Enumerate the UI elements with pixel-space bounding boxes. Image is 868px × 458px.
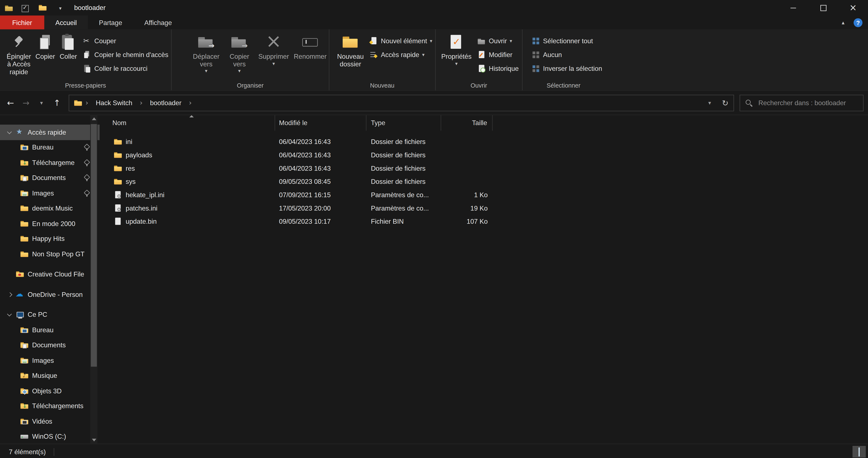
search-input[interactable]: [757, 98, 859, 107]
expand-chevron-icon[interactable]: [11, 403, 18, 409]
sidebar-item-onedrive-person[interactable]: OneDrive - Person: [0, 287, 100, 302]
expand-chevron-icon[interactable]: [11, 235, 18, 242]
qat-customize-button[interactable]: [54, 2, 66, 13]
sidebar-item-vid-os[interactable]: Vidéos: [0, 414, 100, 429]
sidebar-item-images[interactable]: Images: [0, 353, 100, 368]
expand-chevron-icon[interactable]: [11, 327, 18, 333]
tab-accueil[interactable]: Accueil: [44, 16, 88, 29]
expand-chevron-icon[interactable]: [6, 312, 13, 318]
expand-chevron-icon[interactable]: [11, 190, 18, 196]
expand-chevron-icon[interactable]: [11, 175, 18, 181]
sidebar-item-documents[interactable]: Documents: [0, 338, 100, 353]
open-button[interactable]: Ouvrir: [474, 35, 522, 47]
expand-chevron-icon[interactable]: [11, 220, 18, 227]
up-button[interactable]: [50, 96, 64, 110]
file-row-hekate-ipl-ini[interactable]: hekate_ipl.ini 07/09/2021 16:15 Paramètr…: [108, 188, 868, 202]
expand-chevron-icon[interactable]: [11, 433, 18, 440]
tab-affichage[interactable]: Affichage: [133, 16, 183, 29]
scrollbar-thumb[interactable]: [91, 124, 97, 367]
paste-shortcut-button[interactable]: Coller le raccourci: [80, 62, 172, 74]
forward-button[interactable]: [19, 96, 33, 110]
file-row-patches-ini[interactable]: patches.ini 17/05/2023 20:00 Paramètres …: [108, 202, 868, 215]
expand-chevron-icon[interactable]: [11, 418, 18, 425]
expand-chevron-icon[interactable]: [6, 271, 13, 278]
sidebar-item-t-l-chargeme[interactable]: Téléchargeme: [0, 155, 100, 170]
file-row-ini[interactable]: ini 06/04/2023 16:43 Dossier de fichiers: [108, 135, 868, 148]
expand-chevron-icon[interactable]: [11, 388, 18, 394]
paste-button[interactable]: Coller: [57, 32, 79, 62]
address-bar[interactable]: Hack Switch bootloader: [69, 94, 734, 111]
expand-chevron-icon[interactable]: [11, 342, 18, 348]
sidebar-item-creative-cloud-file[interactable]: Creative Cloud File: [0, 267, 100, 282]
sidebar-item-happy-hits[interactable]: Happy Hits: [0, 231, 100, 247]
details-view-button[interactable]: [837, 446, 850, 458]
tab-fichier[interactable]: Fichier: [0, 16, 44, 29]
copy-button[interactable]: Copier: [33, 32, 57, 62]
select-all-button[interactable]: Sélectionner tout: [528, 35, 606, 47]
column-header-modified[interactable]: Modifié le: [275, 115, 366, 131]
breadcrumb-chevron[interactable]: [138, 95, 145, 111]
help-button[interactable]: [854, 18, 863, 27]
expand-chevron-icon[interactable]: [11, 205, 18, 211]
qat-properties-button[interactable]: [19, 2, 31, 13]
sidebar-item-en-mode-2000[interactable]: En mode 2000: [0, 216, 100, 231]
edit-button[interactable]: Modifier: [474, 49, 522, 60]
copy-path-button[interactable]: Copier le chemin d'accès: [80, 49, 172, 60]
properties-button[interactable]: Propriétés: [439, 32, 474, 68]
rename-button[interactable]: Renommer: [291, 32, 329, 62]
new-folder-button[interactable]: Nouveau dossier: [335, 32, 366, 70]
tab-partage[interactable]: Partage: [88, 16, 133, 29]
sidebar-item-bureau[interactable]: Bureau: [0, 140, 100, 155]
close-button[interactable]: [838, 0, 868, 16]
select-none-button[interactable]: Aucun: [528, 49, 606, 60]
breadcrumb-hack-switch[interactable]: Hack Switch: [91, 95, 137, 111]
scroll-up-arrow[interactable]: [90, 115, 97, 122]
collapse-ribbon-button[interactable]: [838, 18, 848, 27]
column-header-size[interactable]: Taille: [441, 115, 493, 131]
sidebar-item-documents[interactable]: Documents: [0, 170, 100, 185]
column-header-type[interactable]: Type: [366, 115, 441, 131]
new-item-button[interactable]: Nouvel élément: [366, 35, 436, 47]
file-row-sys[interactable]: sys 09/05/2023 08:45 Dossier de fichiers: [108, 175, 868, 188]
minimize-button[interactable]: [778, 0, 808, 16]
easy-access-button[interactable]: Accès rapide: [366, 49, 436, 60]
history-button[interactable]: Historique: [474, 62, 522, 74]
column-header-name[interactable]: Nom: [108, 115, 275, 131]
expand-chevron-icon[interactable]: [11, 357, 18, 364]
sidebar-item-winos-c[interactable]: WinOS (C:): [0, 429, 100, 443]
cut-button[interactable]: Couper: [80, 35, 172, 47]
sidebar-item-musique[interactable]: Musique: [0, 368, 100, 383]
expand-chevron-icon[interactable]: [6, 291, 13, 298]
file-row-payloads[interactable]: payloads 06/04/2023 16:43 Dossier de fic…: [108, 148, 868, 162]
expand-chevron-icon[interactable]: [11, 251, 18, 257]
breadcrumb-bootloader[interactable]: bootloader: [146, 95, 186, 111]
maximize-button[interactable]: [808, 0, 838, 16]
pin-to-quick-access-button[interactable]: Épingler à Accès rapide: [4, 32, 33, 78]
file-row-update-bin[interactable]: update.bin 09/05/2023 10:17 Fichier BIN …: [108, 215, 868, 228]
expand-chevron-icon[interactable]: [6, 129, 13, 136]
move-to-button[interactable]: Déplacer vers: [189, 32, 223, 76]
expand-chevron-icon[interactable]: [11, 160, 18, 166]
expand-chevron-icon[interactable]: [11, 144, 18, 151]
copy-to-button[interactable]: Copier vers: [223, 32, 256, 76]
scroll-down-arrow[interactable]: [90, 436, 97, 443]
sidebar-item-bureau[interactable]: Bureau: [0, 322, 100, 338]
thumbnails-view-button[interactable]: [852, 446, 866, 458]
sidebar-item-non-stop-pop-gt[interactable]: Non Stop Pop GT: [0, 247, 100, 262]
invert-selection-button[interactable]: Inverser la sélection: [528, 62, 606, 74]
breadcrumb-chevron[interactable]: [84, 95, 90, 111]
file-row-res[interactable]: res 06/04/2023 16:43 Dossier de fichiers: [108, 162, 868, 175]
refresh-button[interactable]: [718, 96, 733, 110]
breadcrumb-chevron[interactable]: [187, 95, 193, 111]
sidebar-item-acc-s-rapide[interactable]: Accès rapide: [0, 125, 100, 140]
sidebar-item-deemix-music[interactable]: deemix Music: [0, 201, 100, 216]
recent-locations-button[interactable]: [34, 96, 49, 110]
back-button[interactable]: [3, 96, 18, 110]
sidebar-item-ce-pc[interactable]: Ce PC: [0, 307, 100, 322]
sidebar-item-t-l-chargements[interactable]: Téléchargements: [0, 399, 100, 414]
sidebar-scrollbar[interactable]: [90, 115, 97, 443]
delete-button[interactable]: Supprimer: [256, 32, 291, 68]
sidebar-item-objets-3d[interactable]: Objets 3D: [0, 383, 100, 399]
sidebar-item-images[interactable]: Images: [0, 185, 100, 201]
search-box[interactable]: [740, 94, 864, 111]
